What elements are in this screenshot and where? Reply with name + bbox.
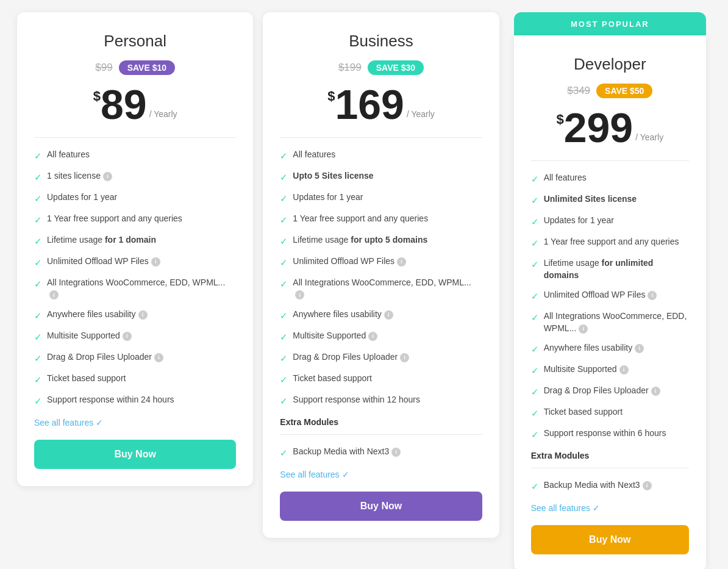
check-icon: ✓ [280,352,288,365]
check-icon: ✓ [280,309,288,322]
feature-list: ✓All features✓Unlimited Sites license✓Up… [531,172,689,441]
info-icon[interactable]: i [138,310,148,320]
feature-item: ✓Multisite Supportedi [280,330,482,343]
popular-badge-text: MOST POPULAR [571,20,649,29]
original-price: $349 [567,85,590,97]
plan-card-personal: Personal$99SAVE $10$89/ Yearly✓All featu… [17,12,253,486]
check-icon: ✓ [34,256,42,269]
check-icon: ✓ [280,256,288,269]
feature-item: ✓All Integrations WooCommerce, EDD, WPML… [280,277,482,301]
save-badge: SAVE $50 [596,84,652,98]
divider [34,137,236,138]
extra-modules-label: Extra Modules [280,417,482,427]
check-icon: ✓ [34,192,42,205]
check-icon: ✓ [531,385,539,398]
feature-text: All features [544,172,587,184]
feature-item: ✓Updates for 1 year [531,215,689,228]
feature-item: ✓All features [280,149,482,162]
feature-text: Lifetime usage for 1 domain [47,234,156,246]
info-icon[interactable]: i [154,353,163,362]
check-icon: ✓ [531,258,539,271]
info-icon[interactable]: i [49,290,59,299]
price-main: $299/ Yearly [531,107,689,148]
info-icon[interactable]: i [368,332,377,341]
info-icon[interactable]: i [384,310,393,320]
buy-now-button[interactable]: Buy Now [531,525,689,554]
feature-text: Ticket based support [544,406,623,418]
check-icon: ✓ [34,352,42,365]
price-period: / Yearly [407,109,435,119]
feature-item: ✓Lifetime usage for upto 5 domains [280,234,482,248]
extra-modules-list: ✓Backup Media with Next3i [531,479,689,493]
see-all-link[interactable]: See all features ✓ [531,503,600,513]
plan-card-business: Business$199SAVE $30$169/ Yearly✓All fea… [263,12,499,538]
feature-item: ✓Drag & Drop Files Uploaderi [531,385,689,398]
check-icon: ✓ [531,480,539,493]
plan-name: Business [280,32,482,51]
info-icon[interactable]: i [295,290,304,299]
feature-text: Unlimited Offload WP Filesi [293,256,406,268]
feature-text: Unlimited Sites license [544,193,637,206]
extra-modules-divider [280,434,482,435]
check-icon: ✓ [531,215,539,228]
feature-item: ✓Support response within 24 hours [34,394,236,407]
info-icon[interactable]: i [391,448,401,457]
save-badge: SAVE $30 [368,60,424,75]
feature-item: ✓Support response within 12 hours [280,394,482,407]
price-number: 299 [564,107,633,148]
feature-text: All features [47,149,90,161]
feature-text: Updates for 1 year [293,191,363,204]
info-icon[interactable]: i [643,481,652,490]
feature-item: ✓Anywhere files usabilityi [280,309,482,322]
feature-item: ✓Drag & Drop Files Uploaderi [280,351,482,365]
check-icon: ✓ [531,428,539,441]
feature-item: ✓Unlimited Sites license [531,193,689,207]
feature-text: All features [293,149,335,161]
check-icon: ✓ [34,171,42,184]
plan-wrapper-developer: MOST POPULARDeveloper$349SAVE $50$299/ Y… [509,12,711,569]
see-all-link[interactable]: See all features ✓ [34,418,103,428]
extra-modules-list: ✓Backup Media with Next3i [280,446,482,459]
info-icon[interactable]: i [579,324,588,334]
feature-text: Ticket based support [47,373,126,385]
info-icon[interactable]: i [397,257,406,267]
feature-item: ✓All Integrations WooCommerce, EDD, WPML… [34,277,236,301]
feature-item: ✓Support response within 6 hours [531,428,689,441]
feature-text: Ticket based support [293,373,371,385]
info-icon[interactable]: i [103,172,112,181]
info-icon[interactable]: i [123,332,132,341]
original-price: $199 [338,62,362,74]
info-icon[interactable]: i [151,257,160,267]
feature-text: Drag & Drop Files Uploaderi [544,385,660,397]
feature-text: Upto 5 Sites license [293,170,373,182]
plan-name: Personal [34,32,236,51]
check-icon: ✓ [34,213,42,226]
check-icon: ✓ [34,277,42,290]
check-icon: ✓ [280,446,288,459]
price-period: / Yearly [635,132,663,142]
feature-item: ✓All features [531,172,689,185]
buy-now-button[interactable]: Buy Now [280,492,482,521]
feature-item: ✓1 Year free support and any queries [34,213,236,226]
info-icon[interactable]: i [651,387,660,396]
info-icon[interactable]: i [619,365,629,374]
info-icon[interactable]: i [635,344,644,353]
feature-item: ✓Lifetime usage for unlimited domains [531,257,689,281]
feature-item: ✓Unlimited Offload WP Filesi [34,256,236,269]
feature-text: Drag & Drop Files Uploaderi [47,351,163,363]
info-icon[interactable]: i [400,353,409,362]
pricing-row: $99SAVE $10 [34,60,236,75]
extra-module-item: ✓Backup Media with Next3i [531,479,689,493]
extra-module-item: ✓Backup Media with Next3i [280,446,482,459]
extra-module-text: Backup Media with Next3i [293,446,401,458]
feature-text: Unlimited Offload WP Filesi [47,256,160,268]
feature-item: ✓1 sites licensei [34,170,236,184]
feature-item: ✓Updates for 1 year [280,191,482,205]
price-main: $169/ Yearly [280,84,482,125]
buy-now-button[interactable]: Buy Now [34,440,236,469]
info-icon[interactable]: i [648,291,657,300]
see-all-link[interactable]: See all features ✓ [280,470,349,479]
feature-text: 1 Year free support and any queries [293,213,428,225]
feature-text: Unlimited Offload WP Filesi [544,289,657,301]
check-icon: ✓ [280,192,288,205]
